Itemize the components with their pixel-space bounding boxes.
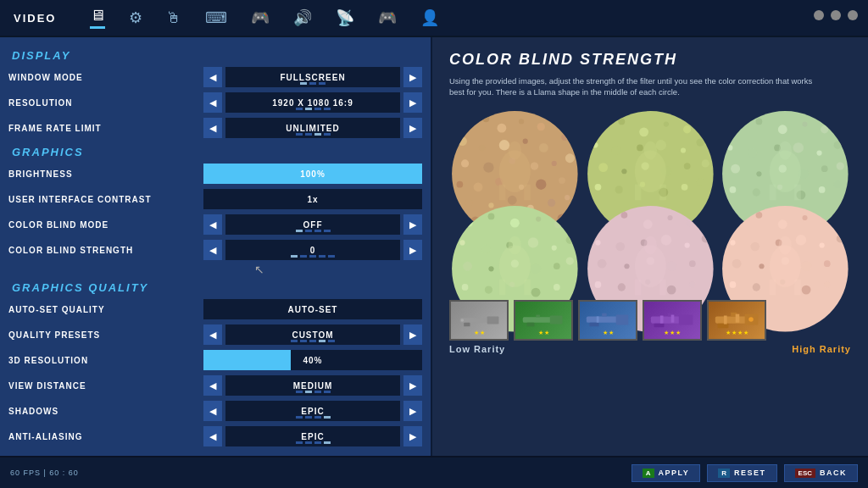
reset-button[interactable]: R RESET	[707, 464, 776, 482]
svg-rect-193	[589, 322, 598, 326]
svg-point-54	[696, 138, 704, 146]
setting-row-3d-resolution: 3D RESOLUTION 40%	[0, 347, 431, 373]
nav-icon-keyboard[interactable]: ⌨	[205, 8, 227, 27]
svg-point-5	[519, 119, 524, 124]
label-ui-contrast: USER INTERFACE CONTRAST	[8, 195, 203, 204]
close-button[interactable]	[848, 10, 858, 20]
svg-point-159	[756, 212, 763, 219]
svg-rect-181	[770, 280, 776, 296]
svg-point-104	[488, 214, 495, 220]
svg-point-161	[803, 215, 808, 220]
svg-point-53	[681, 147, 686, 152]
svg-rect-195	[596, 316, 598, 322]
color-blind-circles-grid	[449, 108, 851, 295]
quality-presets-right-arrow[interactable]: ▶	[403, 324, 422, 345]
top-bar: VIDEO 🖥 ⚙ 🖱 ⌨ 🎮 🔊 📡 🎮 👤	[0, 0, 868, 37]
anti-aliasing-right-arrow[interactable]: ▶	[403, 426, 422, 446]
anti-aliasing-value: EPIC	[225, 426, 400, 446]
brightness-slider[interactable]: 100%	[203, 164, 422, 184]
nav-icon-settings[interactable]: ⚙	[129, 8, 142, 27]
control-anti-aliasing: ◀ EPIC ▶	[203, 426, 422, 446]
right-panel-description: Using the provided images, adjust the st…	[449, 75, 814, 98]
setting-row-ui-contrast: USER INTERFACE CONTRAST 1x	[0, 186, 431, 212]
weapon-blue: ★★	[578, 300, 637, 341]
color-blind-mode-left-arrow[interactable]: ◀	[203, 214, 222, 235]
frame-rate-right-arrow[interactable]: ▶	[403, 118, 422, 138]
label-view-distance: VIEW DISTANCE	[8, 381, 203, 391]
setting-row-color-blind-mode: COLOR BLIND MODE ◀ OFF ▶	[0, 212, 431, 237]
resolution-right-arrow[interactable]: ▶	[403, 92, 422, 113]
svg-point-65	[681, 184, 687, 191]
auto-set-quality-button[interactable]: AUTO-SET	[203, 299, 422, 319]
svg-point-85	[731, 164, 740, 173]
svg-rect-182	[794, 280, 801, 296]
svg-point-117	[531, 263, 541, 274]
svg-point-103	[465, 219, 473, 227]
apply-label: APPLY	[659, 469, 690, 477]
back-button[interactable]: ESC BACK	[784, 464, 858, 482]
right-panel: COLOR BLIND STRENGTH Using the provided …	[432, 37, 868, 456]
minimize-button[interactable]	[814, 10, 824, 20]
svg-point-31	[565, 195, 570, 200]
shadows-right-arrow[interactable]: ▶	[403, 401, 422, 421]
reset-label: RESET	[734, 469, 766, 477]
window-mode-right-arrow[interactable]: ▶	[403, 67, 422, 87]
resolution-left-arrow[interactable]: ◀	[203, 92, 222, 113]
nav-icon-profile[interactable]: 👤	[420, 8, 439, 27]
right-panel-title: COLOR BLIND STRENGTH	[449, 51, 851, 69]
nav-icon-mouse[interactable]: 🖱	[166, 9, 181, 27]
3d-resolution-slider[interactable]: 40%	[203, 350, 422, 370]
nav-icon-controller2[interactable]: 🎮	[378, 8, 397, 27]
svg-point-112	[552, 246, 557, 251]
maximize-button[interactable]	[831, 10, 841, 20]
svg-point-208	[748, 317, 754, 322]
nav-icon-controller1[interactable]: 🎮	[251, 8, 270, 27]
control-color-blind-mode: ◀ OFF ▶	[203, 214, 422, 235]
svg-rect-100	[794, 184, 801, 200]
window-mode-value: FULLSCREEN	[225, 67, 400, 87]
bottom-bar: 60 FPS | 60 : 60 A APPLY R RESET ESC BAC…	[0, 456, 868, 488]
svg-point-82	[793, 142, 804, 152]
svg-point-111	[528, 237, 538, 247]
label-resolution: RESOLUTION	[8, 98, 203, 108]
nav-icon-audio[interactable]: 🔊	[293, 8, 312, 27]
svg-point-158	[734, 218, 742, 225]
svg-point-96	[834, 180, 842, 188]
color-blind-mode-right-arrow[interactable]: ▶	[403, 214, 422, 235]
view-distance-right-arrow[interactable]: ▶	[403, 375, 422, 396]
svg-point-146	[689, 260, 696, 267]
ui-contrast-slider[interactable]: 1x	[203, 189, 422, 209]
nav-icon-display[interactable]: 🖥	[90, 7, 105, 29]
setting-row-auto-set-quality: AUTO-SET QUALITY AUTO-SET	[0, 297, 431, 322]
control-frame-rate: ◀ UNLIMITED ▶	[203, 118, 422, 138]
frame-rate-left-arrow[interactable]: ◀	[203, 118, 222, 138]
svg-point-163	[731, 240, 736, 245]
color-blind-strength-right-arrow[interactable]: ▶	[403, 240, 422, 260]
svg-point-105	[510, 219, 520, 228]
shadows-left-arrow[interactable]: ◀	[203, 401, 222, 421]
high-rarity-label: High Rarity	[792, 344, 851, 354]
view-distance-left-arrow[interactable]: ◀	[203, 375, 222, 396]
svg-rect-154	[634, 280, 641, 296]
apply-button[interactable]: A APPLY	[632, 464, 700, 482]
svg-point-174	[730, 281, 737, 288]
label-anti-aliasing: ANTI-ALIASING	[8, 432, 203, 441]
anti-aliasing-left-arrow[interactable]: ◀	[203, 426, 222, 446]
svg-point-147	[594, 281, 601, 288]
control-window-mode: ◀ FULLSCREEN ▶	[203, 67, 422, 87]
svg-point-134	[667, 215, 672, 220]
svg-point-133	[643, 219, 652, 229]
svg-point-177	[802, 286, 811, 295]
setting-row-color-blind-strength: COLOR BLIND STRENGTH ◀ 0 ▶	[0, 237, 431, 263]
window-mode-left-arrow[interactable]: ◀	[203, 67, 222, 87]
svg-point-75	[778, 125, 787, 134]
svg-point-44	[618, 118, 625, 125]
quality-presets-left-arrow[interactable]: ◀	[203, 324, 222, 345]
color-blind-strength-left-arrow[interactable]: ◀	[203, 240, 222, 260]
svg-point-131	[599, 218, 607, 225]
svg-point-126	[509, 236, 521, 255]
nav-icon-network[interactable]: 📡	[336, 8, 354, 27]
svg-point-38	[509, 141, 521, 159]
svg-point-77	[821, 125, 828, 133]
svg-point-118	[554, 263, 560, 269]
